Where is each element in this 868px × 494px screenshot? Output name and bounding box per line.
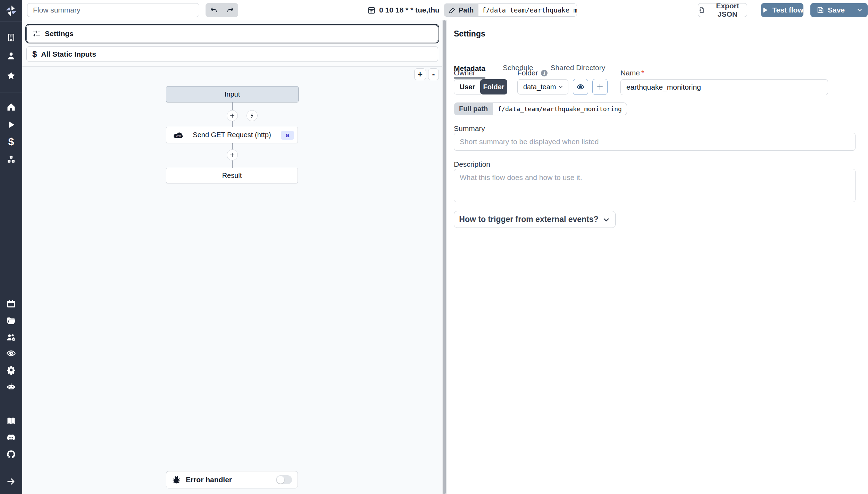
play-icon — [761, 6, 769, 14]
dollar-icon[interactable]: $ — [6, 137, 16, 147]
settings-title: Settings — [454, 29, 485, 39]
calendar-icon[interactable] — [6, 299, 16, 309]
trigger-help-button[interactable]: How to trigger from external events? — [454, 211, 616, 228]
full-path-label: Full path — [454, 103, 493, 115]
plus-icon — [229, 113, 235, 119]
flow-settings-row[interactable]: Settings — [26, 25, 438, 42]
owner-user-option[interactable]: User — [454, 79, 481, 94]
flow-header-rows: Settings $ All Static Inputs — [22, 20, 442, 67]
topbar: 0 10 18 * * tue,thu Path f/data_team/ear… — [22, 0, 868, 20]
settings-panel: Settings Metadata Schedule Shared Direct… — [447, 20, 868, 494]
node-result[interactable]: Result — [166, 168, 298, 183]
add-step-button[interactable] — [227, 110, 238, 121]
http-cloud-icon: HTTP — [172, 131, 185, 140]
play-icon[interactable] — [6, 120, 16, 130]
error-handler-toggle[interactable] — [276, 475, 292, 484]
chevron-down-icon — [558, 84, 564, 90]
summary-label: Summary — [454, 124, 485, 133]
sliders-icon — [32, 30, 41, 38]
description-textarea[interactable] — [454, 169, 856, 202]
redo-icon — [226, 6, 234, 14]
bug-icon — [172, 475, 181, 484]
save-dropdown-button[interactable] — [851, 3, 868, 17]
robot-icon[interactable] — [6, 381, 16, 392]
windmill-logo-icon — [5, 4, 18, 17]
toggle-knob — [277, 476, 284, 484]
owner-segmented-control: User Folder — [454, 79, 508, 94]
info-icon[interactable]: i — [541, 70, 548, 76]
zoom-out-button[interactable]: - — [428, 68, 439, 80]
windmill-flow-editor: $ — [0, 0, 868, 494]
star-icon[interactable] — [6, 71, 16, 81]
panel-divider[interactable] — [442, 20, 447, 494]
full-path-value: f/data_team/earthquake_monitoring — [493, 103, 627, 115]
pencil-icon — [449, 7, 456, 14]
flow-canvas[interactable]: + - Input — [22, 67, 442, 494]
name-input[interactable] — [620, 79, 828, 95]
view-folder-button[interactable] — [573, 79, 588, 95]
owner-folder-option[interactable]: Folder — [480, 79, 507, 94]
gear-icon[interactable] — [6, 365, 16, 375]
description-label: Description — [454, 160, 490, 168]
step-id-badge: a — [281, 131, 294, 140]
cron-text: 0 10 18 * * tue,thu — [379, 6, 440, 14]
summary-input[interactable] — [454, 133, 856, 151]
svg-text:HTTP: HTTP — [176, 135, 181, 137]
building-icon[interactable] — [6, 32, 16, 43]
folder-open-icon[interactable] — [6, 315, 16, 326]
app-sidebar: $ — [0, 0, 22, 494]
add-step-button[interactable] — [227, 149, 238, 160]
undo-redo-group — [206, 3, 238, 17]
required-asterisk: * — [641, 69, 644, 77]
trigger-bolt-button[interactable] — [247, 110, 258, 121]
plus-icon — [229, 152, 235, 158]
tab-shared-directory[interactable]: Shared Directory — [551, 64, 606, 78]
discord-icon[interactable] — [6, 433, 16, 443]
chevron-down-icon — [856, 7, 863, 14]
eye-icon — [576, 83, 585, 91]
settings-tabs: Metadata Schedule Shared Directory — [447, 58, 868, 78]
path-label: Path — [444, 4, 478, 16]
audit-eye-icon[interactable] — [6, 348, 16, 359]
error-handler-node[interactable]: Error handler — [166, 471, 298, 488]
undo-button[interactable] — [207, 4, 221, 16]
home-icon[interactable] — [6, 102, 16, 112]
flow-static-inputs-row[interactable]: $ All Static Inputs — [26, 46, 438, 62]
expand-arrow-icon[interactable] — [6, 476, 16, 487]
dollar-icon: $ — [32, 49, 37, 59]
github-icon[interactable] — [6, 449, 16, 460]
resources-icon[interactable] — [6, 154, 16, 165]
book-icon[interactable] — [6, 416, 16, 426]
chevron-down-icon — [602, 216, 610, 224]
path-value: f/data_team/earthquake_monit — [478, 4, 577, 16]
zoom-in-button[interactable]: + — [414, 68, 426, 80]
user-icon[interactable] — [6, 51, 16, 61]
windmill-logo[interactable] — [0, 0, 22, 22]
save-icon — [817, 6, 824, 14]
full-path-widget: Full path f/data_team/earthquake_monitor… — [454, 102, 627, 115]
save-button[interactable]: Save — [810, 3, 851, 17]
node-input[interactable]: Input — [166, 86, 299, 102]
plus-icon — [596, 83, 604, 91]
save-button-group: Save — [810, 3, 868, 17]
sidebar-divider — [0, 92, 22, 92]
sidebar-divider — [0, 470, 22, 470]
undo-icon — [210, 6, 218, 14]
export-json-button[interactable]: Export JSON — [698, 3, 747, 17]
schedule-cron[interactable]: 0 10 18 * * tue,thu — [367, 0, 440, 20]
owner-label: Owner — [454, 69, 475, 77]
redo-button[interactable] — [223, 4, 237, 16]
add-folder-button[interactable] — [592, 79, 608, 95]
export-icon — [698, 6, 705, 14]
flow-summary-input[interactable] — [27, 3, 199, 17]
groups-icon[interactable] — [6, 332, 16, 343]
folder-select[interactable]: data_team — [517, 79, 568, 94]
bolt-icon — [249, 113, 255, 119]
folder-label: Folderi — [517, 69, 548, 77]
path-widget[interactable]: Path f/data_team/earthquake_monit — [444, 3, 577, 17]
calendar-icon — [367, 6, 376, 14]
name-label: Name* — [620, 69, 644, 77]
test-flow-button[interactable]: Test flow — [761, 3, 803, 17]
divider-thumb[interactable] — [443, 20, 446, 494]
node-http-step[interactable]: HTTP Send GET Request (http) a — [166, 127, 298, 143]
